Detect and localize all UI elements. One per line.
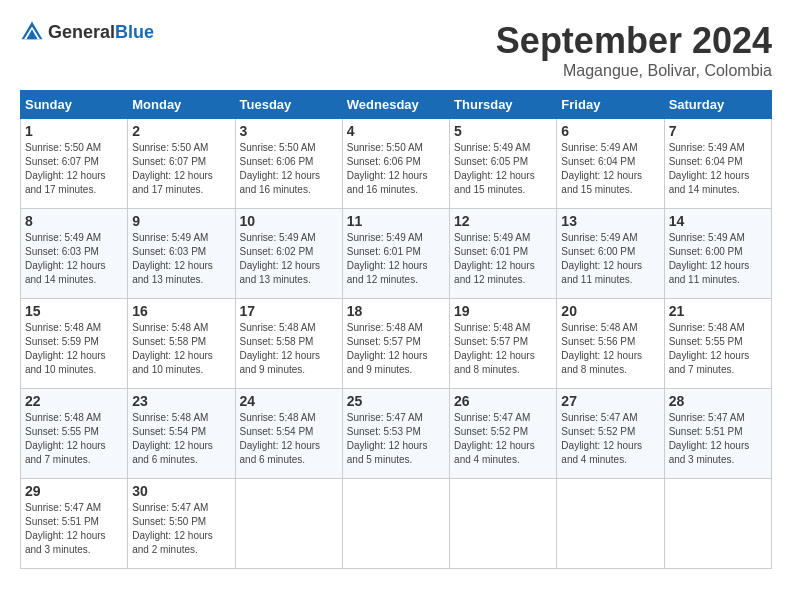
day-info: Sunrise: 5:49 AM Sunset: 6:02 PM Dayligh… (240, 231, 338, 287)
col-friday: Friday (557, 91, 664, 119)
day-info: Sunrise: 5:47 AM Sunset: 5:52 PM Dayligh… (561, 411, 659, 467)
day-info: Sunrise: 5:49 AM Sunset: 6:03 PM Dayligh… (25, 231, 123, 287)
day-info: Sunrise: 5:47 AM Sunset: 5:52 PM Dayligh… (454, 411, 552, 467)
day-info: Sunrise: 5:50 AM Sunset: 6:07 PM Dayligh… (132, 141, 230, 197)
day-number: 28 (669, 393, 767, 409)
day-number: 10 (240, 213, 338, 229)
col-tuesday: Tuesday (235, 91, 342, 119)
day-info: Sunrise: 5:49 AM Sunset: 6:05 PM Dayligh… (454, 141, 552, 197)
day-info: Sunrise: 5:49 AM Sunset: 6:04 PM Dayligh… (561, 141, 659, 197)
header: GeneralBlue September 2024 Magangue, Bol… (20, 20, 772, 80)
day-info: Sunrise: 5:49 AM Sunset: 6:03 PM Dayligh… (132, 231, 230, 287)
calendar-cell: 26Sunrise: 5:47 AM Sunset: 5:52 PM Dayli… (450, 389, 557, 479)
day-number: 13 (561, 213, 659, 229)
day-number: 3 (240, 123, 338, 139)
day-number: 19 (454, 303, 552, 319)
day-info: Sunrise: 5:48 AM Sunset: 5:55 PM Dayligh… (25, 411, 123, 467)
calendar-cell: 15Sunrise: 5:48 AM Sunset: 5:59 PM Dayli… (21, 299, 128, 389)
logo: GeneralBlue (20, 20, 154, 44)
day-info: Sunrise: 5:48 AM Sunset: 5:54 PM Dayligh… (132, 411, 230, 467)
day-info: Sunrise: 5:48 AM Sunset: 5:59 PM Dayligh… (25, 321, 123, 377)
location-title: Magangue, Bolivar, Colombia (496, 62, 772, 80)
calendar-cell: 3Sunrise: 5:50 AM Sunset: 6:06 PM Daylig… (235, 119, 342, 209)
calendar-week-1: 1Sunrise: 5:50 AM Sunset: 6:07 PM Daylig… (21, 119, 772, 209)
day-number: 24 (240, 393, 338, 409)
calendar-week-5: 29Sunrise: 5:47 AM Sunset: 5:51 PM Dayli… (21, 479, 772, 569)
logo-text-blue: Blue (115, 22, 154, 42)
day-info: Sunrise: 5:49 AM Sunset: 6:04 PM Dayligh… (669, 141, 767, 197)
header-row: Sunday Monday Tuesday Wednesday Thursday… (21, 91, 772, 119)
logo-text-general: General (48, 22, 115, 42)
calendar-cell: 9Sunrise: 5:49 AM Sunset: 6:03 PM Daylig… (128, 209, 235, 299)
day-number: 21 (669, 303, 767, 319)
calendar-cell: 16Sunrise: 5:48 AM Sunset: 5:58 PM Dayli… (128, 299, 235, 389)
day-number: 27 (561, 393, 659, 409)
day-number: 14 (669, 213, 767, 229)
day-info: Sunrise: 5:50 AM Sunset: 6:06 PM Dayligh… (240, 141, 338, 197)
day-info: Sunrise: 5:47 AM Sunset: 5:53 PM Dayligh… (347, 411, 445, 467)
calendar-cell: 29Sunrise: 5:47 AM Sunset: 5:51 PM Dayli… (21, 479, 128, 569)
day-info: Sunrise: 5:47 AM Sunset: 5:51 PM Dayligh… (669, 411, 767, 467)
day-number: 15 (25, 303, 123, 319)
calendar-week-3: 15Sunrise: 5:48 AM Sunset: 5:59 PM Dayli… (21, 299, 772, 389)
day-number: 29 (25, 483, 123, 499)
day-number: 16 (132, 303, 230, 319)
calendar-cell: 18Sunrise: 5:48 AM Sunset: 5:57 PM Dayli… (342, 299, 449, 389)
day-info: Sunrise: 5:48 AM Sunset: 5:55 PM Dayligh… (669, 321, 767, 377)
day-number: 9 (132, 213, 230, 229)
day-number: 25 (347, 393, 445, 409)
day-number: 11 (347, 213, 445, 229)
calendar-cell: 2Sunrise: 5:50 AM Sunset: 6:07 PM Daylig… (128, 119, 235, 209)
day-number: 22 (25, 393, 123, 409)
calendar-cell: 22Sunrise: 5:48 AM Sunset: 5:55 PM Dayli… (21, 389, 128, 479)
col-wednesday: Wednesday (342, 91, 449, 119)
calendar-cell: 11Sunrise: 5:49 AM Sunset: 6:01 PM Dayli… (342, 209, 449, 299)
day-number: 6 (561, 123, 659, 139)
month-title: September 2024 (496, 20, 772, 62)
day-number: 18 (347, 303, 445, 319)
day-info: Sunrise: 5:48 AM Sunset: 5:57 PM Dayligh… (347, 321, 445, 377)
day-number: 7 (669, 123, 767, 139)
day-number: 8 (25, 213, 123, 229)
calendar-cell: 10Sunrise: 5:49 AM Sunset: 6:02 PM Dayli… (235, 209, 342, 299)
title-area: September 2024 Magangue, Bolivar, Colomb… (496, 20, 772, 80)
day-info: Sunrise: 5:48 AM Sunset: 5:58 PM Dayligh… (240, 321, 338, 377)
day-info: Sunrise: 5:48 AM Sunset: 5:57 PM Dayligh… (454, 321, 552, 377)
col-monday: Monday (128, 91, 235, 119)
calendar-cell: 24Sunrise: 5:48 AM Sunset: 5:54 PM Dayli… (235, 389, 342, 479)
day-info: Sunrise: 5:49 AM Sunset: 6:00 PM Dayligh… (561, 231, 659, 287)
day-info: Sunrise: 5:48 AM Sunset: 5:54 PM Dayligh… (240, 411, 338, 467)
day-info: Sunrise: 5:50 AM Sunset: 6:06 PM Dayligh… (347, 141, 445, 197)
calendar-cell: 23Sunrise: 5:48 AM Sunset: 5:54 PM Dayli… (128, 389, 235, 479)
col-saturday: Saturday (664, 91, 771, 119)
calendar-cell (235, 479, 342, 569)
calendar-cell (664, 479, 771, 569)
calendar-cell (342, 479, 449, 569)
calendar-cell: 12Sunrise: 5:49 AM Sunset: 6:01 PM Dayli… (450, 209, 557, 299)
day-number: 2 (132, 123, 230, 139)
calendar-cell: 27Sunrise: 5:47 AM Sunset: 5:52 PM Dayli… (557, 389, 664, 479)
calendar-cell: 21Sunrise: 5:48 AM Sunset: 5:55 PM Dayli… (664, 299, 771, 389)
calendar-week-2: 8Sunrise: 5:49 AM Sunset: 6:03 PM Daylig… (21, 209, 772, 299)
calendar-cell: 4Sunrise: 5:50 AM Sunset: 6:06 PM Daylig… (342, 119, 449, 209)
calendar-cell: 5Sunrise: 5:49 AM Sunset: 6:05 PM Daylig… (450, 119, 557, 209)
day-info: Sunrise: 5:50 AM Sunset: 6:07 PM Dayligh… (25, 141, 123, 197)
calendar-cell: 17Sunrise: 5:48 AM Sunset: 5:58 PM Dayli… (235, 299, 342, 389)
day-number: 23 (132, 393, 230, 409)
day-number: 30 (132, 483, 230, 499)
day-number: 17 (240, 303, 338, 319)
day-number: 26 (454, 393, 552, 409)
calendar-cell: 28Sunrise: 5:47 AM Sunset: 5:51 PM Dayli… (664, 389, 771, 479)
calendar-cell: 30Sunrise: 5:47 AM Sunset: 5:50 PM Dayli… (128, 479, 235, 569)
calendar-week-4: 22Sunrise: 5:48 AM Sunset: 5:55 PM Dayli… (21, 389, 772, 479)
calendar-cell: 8Sunrise: 5:49 AM Sunset: 6:03 PM Daylig… (21, 209, 128, 299)
calendar-cell (450, 479, 557, 569)
day-info: Sunrise: 5:48 AM Sunset: 5:58 PM Dayligh… (132, 321, 230, 377)
day-number: 20 (561, 303, 659, 319)
col-sunday: Sunday (21, 91, 128, 119)
day-info: Sunrise: 5:48 AM Sunset: 5:56 PM Dayligh… (561, 321, 659, 377)
calendar-cell: 19Sunrise: 5:48 AM Sunset: 5:57 PM Dayli… (450, 299, 557, 389)
calendar-cell: 6Sunrise: 5:49 AM Sunset: 6:04 PM Daylig… (557, 119, 664, 209)
calendar-cell: 14Sunrise: 5:49 AM Sunset: 6:00 PM Dayli… (664, 209, 771, 299)
logo-icon (20, 20, 44, 44)
